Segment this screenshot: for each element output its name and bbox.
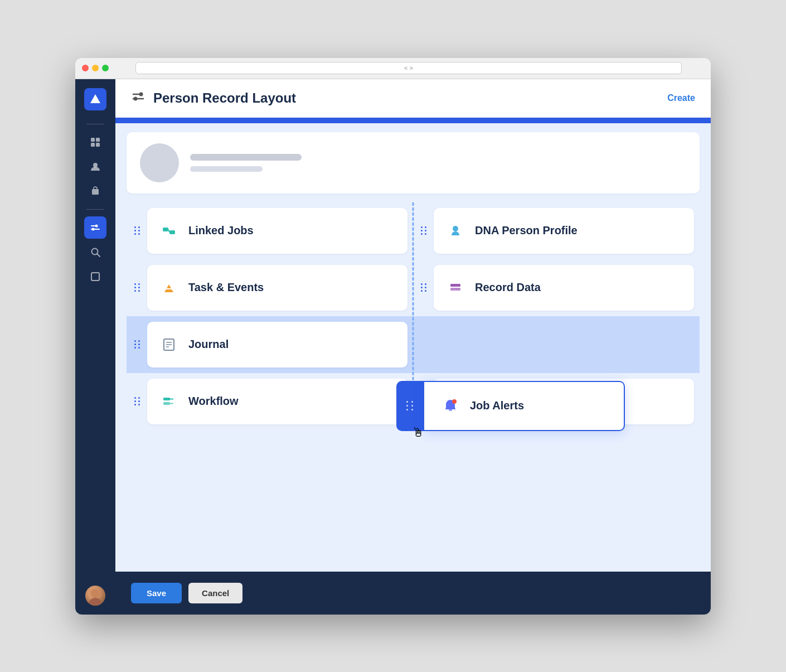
url-arrows: < > xyxy=(404,65,413,71)
page-header: Person Record Layout Create xyxy=(115,79,711,118)
cell-dna-person-profile: DNA Person Profile xyxy=(413,202,700,259)
card-task-events[interactable]: Task & Events xyxy=(147,265,407,311)
svg-rect-29 xyxy=(163,398,170,400)
titlebar: < > xyxy=(75,58,711,79)
card-journal[interactable]: Journal xyxy=(147,322,407,368)
svg-line-20 xyxy=(168,229,169,232)
svg-rect-3 xyxy=(91,143,95,147)
profile-card xyxy=(127,132,700,194)
linked-jobs-label: Linked Jobs xyxy=(188,224,254,237)
maximize-button[interactable] xyxy=(102,65,109,71)
svg-point-21 xyxy=(453,226,458,231)
svg-rect-1 xyxy=(91,138,95,142)
dna-person-profile-label: DNA Person Profile xyxy=(475,224,578,237)
record-data-label: Record Data xyxy=(475,281,541,294)
svg-rect-30 xyxy=(163,402,170,405)
profile-lines xyxy=(190,154,302,172)
cancel-button[interactable]: Cancel xyxy=(188,583,242,603)
cell-task-events: Task & Events xyxy=(127,259,413,316)
create-button[interactable]: Create xyxy=(667,93,695,103)
svg-rect-2 xyxy=(96,138,100,142)
app-layout: Person Record Layout Create xyxy=(75,79,711,615)
sidebar-item-records[interactable] xyxy=(84,265,106,288)
profile-avatar xyxy=(140,143,179,182)
svg-rect-4 xyxy=(96,143,100,147)
svg-point-10 xyxy=(92,228,95,230)
svg-rect-23 xyxy=(450,284,460,287)
traffic-lights xyxy=(82,65,109,71)
card-linked-jobs[interactable]: Linked Jobs xyxy=(147,208,407,254)
workflow-label: Workflow xyxy=(188,395,239,408)
card-dna-person-profile[interactable]: DNA Person Profile xyxy=(434,208,694,254)
profile-name-placeholder xyxy=(190,154,302,161)
minimize-button[interactable] xyxy=(92,65,99,71)
drag-dots xyxy=(406,401,414,410)
cell-linked-jobs: Linked Jobs xyxy=(127,202,413,259)
sidebar-item-people[interactable] xyxy=(84,156,106,178)
svg-line-12 xyxy=(98,254,100,257)
sidebar-divider-mid xyxy=(86,209,104,210)
sidebar-item-search[interactable] xyxy=(84,241,106,263)
save-button[interactable]: Save xyxy=(131,583,182,603)
drag-cursor: 🖱 xyxy=(412,426,424,440)
app-window: < > xyxy=(75,58,711,615)
svg-rect-24 xyxy=(450,288,460,291)
card-workflow[interactable]: Workflow xyxy=(147,379,407,424)
svg-rect-19 xyxy=(169,230,175,234)
job-alerts-drag-handle[interactable] xyxy=(396,381,424,431)
url-bar[interactable]: < > xyxy=(135,62,682,74)
cell-empty-right xyxy=(413,316,700,373)
svg-point-37 xyxy=(452,399,457,404)
svg-point-36 xyxy=(449,409,452,411)
sidebar-item-dashboard[interactable] xyxy=(84,131,106,153)
record-data-icon xyxy=(445,277,466,298)
svg-point-16 xyxy=(139,92,143,96)
header-left: Person Record Layout xyxy=(131,89,296,107)
sidebar-logo[interactable] xyxy=(84,88,106,110)
layout-canvas: Linked Jobs xyxy=(115,123,711,572)
card-record-data[interactable]: Record Data xyxy=(434,265,694,311)
blue-banner xyxy=(115,118,711,123)
sidebar-item-layout[interactable] xyxy=(84,216,106,239)
bottom-bar: Save Cancel xyxy=(115,572,711,615)
job-alerts-card: Job Alerts xyxy=(424,381,625,431)
sidebar-divider-top xyxy=(86,124,104,124)
sidebar-item-jobs[interactable] xyxy=(84,180,106,202)
task-events-icon xyxy=(158,277,179,298)
cell-workflow: Workflow xyxy=(127,373,413,430)
svg-rect-6 xyxy=(92,189,99,195)
job-alerts-label: Job Alerts xyxy=(470,399,524,412)
svg-rect-18 xyxy=(163,228,168,231)
journal-icon xyxy=(158,334,179,355)
linked-jobs-icon xyxy=(158,220,179,241)
main-content: Person Record Layout Create xyxy=(115,79,711,615)
job-alerts-overlay[interactable]: Job Alerts 🖱 xyxy=(396,381,625,431)
svg-point-17 xyxy=(134,96,138,100)
svg-point-9 xyxy=(95,224,98,227)
svg-marker-0 xyxy=(90,94,100,103)
layout-icon xyxy=(131,89,145,107)
svg-point-5 xyxy=(93,163,98,167)
avatar-image xyxy=(85,586,105,606)
svg-rect-13 xyxy=(91,273,99,281)
cell-journal: Journal xyxy=(127,316,413,373)
cell-record-data: Record Data xyxy=(413,259,700,316)
sidebar xyxy=(75,79,115,615)
page-title: Person Record Layout xyxy=(153,90,296,106)
task-events-label: Task & Events xyxy=(188,281,264,294)
journal-label: Journal xyxy=(188,338,229,351)
job-alerts-icon xyxy=(440,395,461,417)
workflow-icon xyxy=(158,391,179,412)
close-button[interactable] xyxy=(82,65,89,71)
dna-icon xyxy=(445,220,466,241)
sidebar-avatar[interactable] xyxy=(85,586,105,606)
profile-subtitle-placeholder xyxy=(190,166,263,172)
